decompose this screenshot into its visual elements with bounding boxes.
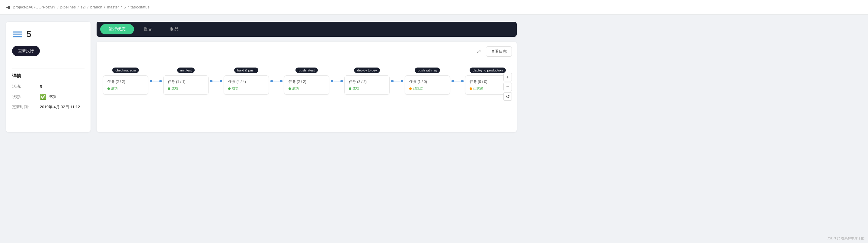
connector: [452, 80, 464, 82]
breadcrumb-task-status[interactable]: task-status: [131, 5, 150, 9]
svg-rect-1: [13, 34, 22, 35]
stage-label: push with tag: [415, 68, 440, 73]
breadcrumb-sep5: /: [121, 5, 122, 9]
stack-icon: [12, 29, 23, 40]
connector-dot: [220, 80, 222, 82]
pipeline-graph: checkout scm 任务 (2 / 2) 成功 unit test 任务 …: [101, 62, 512, 101]
stage-status: 成功: [168, 86, 204, 91]
left-panel: 5 重新执行 详情 活动: 5 状态: ✅ 成功 更新时间: 2019年 4月 …: [6, 22, 91, 132]
connector-dot: [331, 80, 333, 82]
stage-card[interactable]: 任务 (1 / 0) 已跳过: [405, 75, 450, 95]
breadcrumb-sep1: /: [57, 5, 59, 9]
connector: [391, 80, 403, 82]
stage-label: build & push: [234, 68, 259, 73]
connector-line: [152, 81, 159, 81]
stage-node: deploy to dev 任务 (2 / 2) 成功: [343, 68, 391, 95]
stage-tasks: 任务 (1 / 1): [168, 79, 204, 84]
connector-dot: [461, 80, 464, 82]
zoom-in-button[interactable]: +: [503, 73, 512, 81]
stage-status: 已跳过: [409, 86, 445, 91]
status-dot-icon: [228, 88, 230, 90]
divider: [12, 68, 85, 68]
stage-status-text: 成功: [111, 86, 118, 91]
status-dot-icon: [168, 88, 170, 90]
breadcrumb-sep2: /: [78, 5, 79, 9]
connector: [331, 80, 343, 82]
breadcrumb-master[interactable]: master: [107, 5, 119, 9]
stage-node: checkout scm 任务 (2 / 2) 成功: [101, 68, 150, 95]
stage-card[interactable]: 任务 (1 / 1) 成功: [163, 75, 209, 95]
status-dot-icon: [288, 88, 291, 90]
stage-status-text: 成功: [292, 86, 299, 91]
connector: [271, 80, 282, 82]
stage-container: push with tag 任务 (1 / 0) 已跳过: [403, 68, 452, 95]
svg-rect-0: [13, 31, 22, 33]
stage-tasks: 任务 (0 / 0): [470, 79, 506, 84]
stage-card[interactable]: 任务 (2 / 2) 成功: [344, 75, 390, 95]
stage-label: deploy to production: [470, 68, 505, 73]
connector-line: [273, 81, 280, 81]
top-nav: ◀ project-pA87GOrPozMY / pipelines / s2i…: [0, 0, 868, 14]
stage-status: 成功: [349, 86, 385, 91]
breadcrumb-s2i[interactable]: s2i: [81, 5, 86, 9]
tab-bar: 运行状态 提交 制品: [97, 22, 517, 37]
stage-status: 成功: [288, 86, 325, 91]
stage-status-text: 成功: [352, 86, 359, 91]
connector-dot: [271, 80, 273, 82]
stage-status-text: 成功: [172, 86, 178, 91]
stage-tasks: 任务 (4 / 4): [228, 79, 265, 84]
connector-dot: [210, 80, 213, 82]
stage-node: push latest 任务 (2 / 2) 成功: [282, 68, 331, 95]
status-dot-icon: [107, 88, 110, 90]
stage-tasks: 任务 (2 / 2): [349, 79, 385, 84]
stage-tasks: 任务 (2 / 2): [288, 79, 325, 84]
zoom-reset-button[interactable]: ↺: [503, 92, 512, 101]
breadcrumb-pipelines[interactable]: pipelines: [60, 5, 76, 9]
stage-card[interactable]: 任务 (4 / 4) 成功: [224, 75, 269, 95]
run-number: 5: [27, 30, 31, 39]
connector: [150, 80, 162, 82]
connector-dot: [391, 80, 394, 82]
breadcrumb-branch[interactable]: branch: [90, 5, 102, 9]
stage-card[interactable]: 任务 (2 / 2) 成功: [284, 75, 329, 95]
stage-status-text: 成功: [232, 86, 239, 91]
breadcrumb-project[interactable]: project-pA87GOrPozMY: [13, 5, 56, 9]
breadcrumb-sep4: /: [104, 5, 105, 9]
rerun-button[interactable]: 重新执行: [12, 46, 40, 56]
svg-rect-2: [13, 36, 22, 37]
breadcrumb-sep6: /: [128, 5, 129, 9]
stage-node: build & push 任务 (4 / 4) 成功: [222, 68, 271, 95]
update-time-label: 更新时间:: [12, 104, 36, 110]
detail-status: 状态: ✅ 成功: [12, 94, 85, 100]
status-dot-icon: [349, 88, 351, 90]
stage-label: push latest: [296, 68, 317, 73]
right-panel: 运行状态 提交 制品 ⤢ 查看日志 checkout scm 任务 (2 / 2…: [97, 22, 517, 132]
pipeline-area: ⤢ 查看日志 checkout scm 任务 (2 / 2) 成功: [97, 42, 517, 132]
zoom-out-button[interactable]: −: [503, 82, 512, 91]
detail-update-time: 更新时间: 2019年 4月 02日 11:12: [12, 104, 85, 110]
connector: [210, 80, 222, 82]
back-button[interactable]: ◀: [6, 4, 10, 10]
stage-node: unit test 任务 (1 / 1) 成功: [162, 68, 210, 95]
pipeline-toolbar: ⤢ 查看日志: [101, 46, 512, 57]
stage-tasks: 任务 (1 / 0): [409, 79, 445, 84]
left-header: 5: [12, 29, 85, 40]
update-time-value: 2019年 4月 02日 11:12: [40, 104, 80, 110]
stage-label: unit test: [177, 68, 195, 73]
activity-value: 5: [40, 84, 42, 89]
tab-run-status[interactable]: 运行状态: [100, 24, 134, 34]
detail-activity: 活动: 5: [12, 84, 85, 89]
stage-status: 成功: [228, 86, 265, 91]
stage-status-text: 已跳过: [413, 86, 423, 91]
stage-status: 成功: [107, 86, 144, 91]
breadcrumb: project-pA87GOrPozMY / pipelines / s2i /…: [13, 5, 149, 9]
connector-dot: [401, 80, 403, 82]
tab-commit[interactable]: 提交: [135, 24, 161, 34]
breadcrumb-5[interactable]: 5: [124, 5, 126, 9]
view-log-button[interactable]: 查看日志: [486, 46, 512, 57]
stage-card[interactable]: 任务 (2 / 2) 成功: [103, 75, 148, 95]
stage-container: checkout scm 任务 (2 / 2) 成功: [101, 68, 150, 95]
tab-artifact[interactable]: 制品: [162, 24, 187, 34]
stage-status-text: 已跳过: [473, 86, 483, 91]
expand-icon[interactable]: ⤢: [476, 48, 481, 55]
